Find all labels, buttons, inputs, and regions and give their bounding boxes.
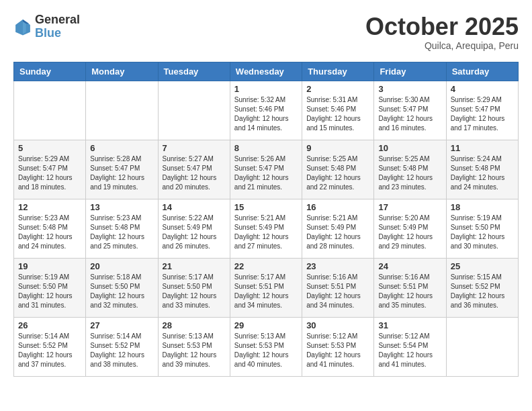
day-info: Sunrise: 5:25 AM Sunset: 5:48 PM Dayligh… — [378, 154, 441, 192]
day-info: Sunrise: 5:18 AM Sunset: 5:50 PM Dayligh… — [90, 273, 153, 310]
day-info: Sunrise: 5:17 AM Sunset: 5:51 PM Dayligh… — [234, 273, 298, 310]
day-cell: 10Sunrise: 5:25 AM Sunset: 5:48 PM Dayli… — [374, 140, 446, 199]
day-info: Sunrise: 5:29 AM Sunset: 5:47 PM Dayligh… — [18, 154, 81, 192]
day-info: Sunrise: 5:12 AM Sunset: 5:53 PM Dayligh… — [306, 332, 369, 369]
day-number: 3 — [378, 84, 441, 94]
week-row-3: 12Sunrise: 5:23 AM Sunset: 5:48 PM Dayli… — [14, 199, 519, 258]
day-number: 16 — [306, 202, 369, 212]
day-number: 7 — [163, 143, 226, 153]
day-cell: 11Sunrise: 5:24 AM Sunset: 5:48 PM Dayli… — [446, 140, 518, 199]
day-number: 28 — [163, 320, 226, 330]
day-cell: 14Sunrise: 5:22 AM Sunset: 5:49 PM Dayli… — [158, 199, 230, 258]
day-info: Sunrise: 5:14 AM Sunset: 5:52 PM Dayligh… — [90, 332, 153, 369]
day-info: Sunrise: 5:15 AM Sunset: 5:52 PM Dayligh… — [451, 273, 514, 310]
day-cell: 26Sunrise: 5:14 AM Sunset: 5:52 PM Dayli… — [14, 317, 86, 376]
day-info: Sunrise: 5:23 AM Sunset: 5:48 PM Dayligh… — [18, 214, 81, 251]
day-number: 31 — [378, 320, 441, 330]
day-cell: 13Sunrise: 5:23 AM Sunset: 5:48 PM Dayli… — [86, 199, 158, 258]
day-info: Sunrise: 5:14 AM Sunset: 5:52 PM Dayligh… — [18, 332, 81, 369]
day-cell: 4Sunrise: 5:29 AM Sunset: 5:47 PM Daylig… — [446, 81, 518, 140]
weekday-header-friday: Friday — [374, 62, 446, 81]
day-cell: 2Sunrise: 5:31 AM Sunset: 5:46 PM Daylig… — [302, 81, 374, 140]
day-info: Sunrise: 5:21 AM Sunset: 5:49 PM Dayligh… — [306, 214, 369, 251]
day-number: 9 — [306, 143, 369, 153]
day-cell: 22Sunrise: 5:17 AM Sunset: 5:51 PM Dayli… — [230, 258, 302, 317]
day-cell: 12Sunrise: 5:23 AM Sunset: 5:48 PM Dayli… — [14, 199, 86, 258]
day-cell — [446, 317, 518, 376]
week-row-4: 19Sunrise: 5:19 AM Sunset: 5:50 PM Dayli… — [14, 258, 519, 317]
day-info: Sunrise: 5:17 AM Sunset: 5:50 PM Dayligh… — [163, 273, 226, 310]
day-number: 15 — [234, 202, 298, 212]
day-number: 27 — [90, 320, 153, 330]
day-cell: 18Sunrise: 5:19 AM Sunset: 5:50 PM Dayli… — [446, 199, 518, 258]
month-title: October 2025 — [365, 13, 519, 40]
day-number: 29 — [234, 320, 298, 330]
weekday-header-saturday: Saturday — [446, 62, 518, 81]
day-cell: 29Sunrise: 5:13 AM Sunset: 5:53 PM Dayli… — [230, 317, 302, 376]
day-number: 4 — [451, 84, 514, 94]
day-number: 13 — [90, 202, 153, 212]
weekday-header-monday: Monday — [86, 62, 158, 81]
logo-icon — [13, 17, 32, 36]
weekday-header-thursday: Thursday — [302, 62, 374, 81]
day-number: 30 — [306, 320, 369, 330]
day-cell: 15Sunrise: 5:21 AM Sunset: 5:49 PM Dayli… — [230, 199, 302, 258]
day-info: Sunrise: 5:22 AM Sunset: 5:49 PM Dayligh… — [163, 214, 226, 251]
day-info: Sunrise: 5:26 AM Sunset: 5:47 PM Dayligh… — [234, 154, 298, 192]
week-row-1: 1Sunrise: 5:32 AM Sunset: 5:46 PM Daylig… — [14, 81, 519, 140]
day-cell: 9Sunrise: 5:25 AM Sunset: 5:48 PM Daylig… — [302, 140, 374, 199]
day-number: 18 — [451, 202, 514, 212]
day-number: 8 — [234, 143, 298, 153]
svg-marker-2 — [23, 21, 26, 34]
location-subtitle: Quilca, Arequipa, Peru — [365, 40, 519, 51]
day-cell: 3Sunrise: 5:30 AM Sunset: 5:47 PM Daylig… — [374, 81, 446, 140]
day-number: 17 — [378, 202, 441, 212]
day-cell: 31Sunrise: 5:12 AM Sunset: 5:54 PM Dayli… — [374, 317, 446, 376]
day-info: Sunrise: 5:19 AM Sunset: 5:50 PM Dayligh… — [18, 273, 81, 310]
day-number: 21 — [163, 261, 226, 271]
day-number: 23 — [306, 261, 369, 271]
day-number: 22 — [234, 261, 298, 271]
weekday-header-wednesday: Wednesday — [230, 62, 302, 81]
day-cell: 1Sunrise: 5:32 AM Sunset: 5:46 PM Daylig… — [230, 81, 302, 140]
day-info: Sunrise: 5:23 AM Sunset: 5:48 PM Dayligh… — [90, 214, 153, 251]
day-info: Sunrise: 5:27 AM Sunset: 5:47 PM Dayligh… — [163, 154, 226, 192]
day-info: Sunrise: 5:16 AM Sunset: 5:51 PM Dayligh… — [378, 273, 441, 310]
day-cell: 6Sunrise: 5:28 AM Sunset: 5:47 PM Daylig… — [86, 140, 158, 199]
logo: General Blue — [13, 13, 80, 40]
day-number: 5 — [18, 143, 81, 153]
day-info: Sunrise: 5:31 AM Sunset: 5:46 PM Dayligh… — [306, 95, 369, 133]
day-cell: 7Sunrise: 5:27 AM Sunset: 5:47 PM Daylig… — [158, 140, 230, 199]
page-header: General Blue October 2025 Quilca, Arequi… — [13, 13, 519, 51]
title-block: October 2025 Quilca, Arequipa, Peru — [365, 13, 519, 51]
day-number: 1 — [234, 84, 298, 94]
day-number: 11 — [451, 143, 514, 153]
day-info: Sunrise: 5:21 AM Sunset: 5:49 PM Dayligh… — [234, 214, 298, 251]
day-number: 26 — [18, 320, 81, 330]
day-info: Sunrise: 5:24 AM Sunset: 5:48 PM Dayligh… — [451, 154, 514, 192]
day-info: Sunrise: 5:13 AM Sunset: 5:53 PM Dayligh… — [163, 332, 226, 369]
day-number: 25 — [451, 261, 514, 271]
day-cell — [14, 81, 86, 140]
day-number: 24 — [378, 261, 441, 271]
day-info: Sunrise: 5:16 AM Sunset: 5:51 PM Dayligh… — [306, 273, 369, 310]
week-row-2: 5Sunrise: 5:29 AM Sunset: 5:47 PM Daylig… — [14, 140, 519, 199]
day-cell: 8Sunrise: 5:26 AM Sunset: 5:47 PM Daylig… — [230, 140, 302, 199]
day-number: 2 — [306, 84, 369, 94]
weekday-header-tuesday: Tuesday — [158, 62, 230, 81]
day-info: Sunrise: 5:30 AM Sunset: 5:47 PM Dayligh… — [378, 95, 441, 133]
day-info: Sunrise: 5:25 AM Sunset: 5:48 PM Dayligh… — [306, 154, 369, 192]
weekday-header-row: SundayMondayTuesdayWednesdayThursdayFrid… — [14, 62, 519, 81]
day-cell: 23Sunrise: 5:16 AM Sunset: 5:51 PM Dayli… — [302, 258, 374, 317]
day-cell: 17Sunrise: 5:20 AM Sunset: 5:49 PM Dayli… — [374, 199, 446, 258]
day-cell: 21Sunrise: 5:17 AM Sunset: 5:50 PM Dayli… — [158, 258, 230, 317]
calendar-table: SundayMondayTuesdayWednesdayThursdayFrid… — [13, 62, 519, 377]
day-number: 12 — [18, 202, 81, 212]
day-number: 14 — [163, 202, 226, 212]
day-number: 6 — [90, 143, 153, 153]
day-cell: 25Sunrise: 5:15 AM Sunset: 5:52 PM Dayli… — [446, 258, 518, 317]
day-cell: 30Sunrise: 5:12 AM Sunset: 5:53 PM Dayli… — [302, 317, 374, 376]
day-number: 19 — [18, 261, 81, 271]
day-cell: 5Sunrise: 5:29 AM Sunset: 5:47 PM Daylig… — [14, 140, 86, 199]
weekday-header-sunday: Sunday — [14, 62, 86, 81]
